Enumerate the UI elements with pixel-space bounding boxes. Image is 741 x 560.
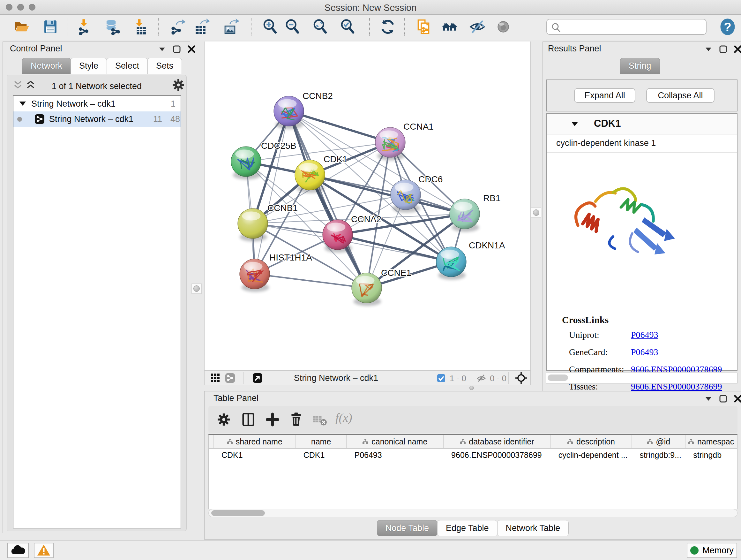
float-panel-icon[interactable] — [719, 45, 727, 53]
tab-edge-table[interactable]: Edge Table — [437, 520, 497, 536]
memory-button[interactable]: Memory — [687, 543, 737, 558]
panel-divider-handle[interactable] — [192, 284, 202, 294]
tab-network-table[interactable]: Network Table — [497, 520, 569, 536]
import-network-icon[interactable] — [75, 17, 92, 37]
node-CCNE1[interactable] — [352, 273, 382, 306]
column-header-description[interactable]: description — [551, 435, 632, 448]
collapse-gene-icon[interactable] — [571, 121, 579, 127]
crosslink-link[interactable]: P06493 — [631, 347, 658, 357]
export-image-icon[interactable] — [222, 17, 240, 37]
share-view-icon[interactable] — [225, 373, 235, 383]
table-hscrollbar[interactable] — [208, 509, 738, 517]
birds-eye-grid-icon[interactable] — [210, 373, 220, 383]
tree-expand-icon[interactable] — [19, 101, 26, 107]
expand-all-button[interactable]: Expand All — [574, 88, 635, 103]
export-network-icon[interactable] — [169, 17, 187, 37]
network-row-selected[interactable]: String Network – cdk1 11 48 — [13, 111, 181, 127]
show-graphics-icon[interactable] — [494, 17, 512, 37]
column-header-database-identifier[interactable]: database identifier — [444, 435, 551, 448]
fit-selected-crosshair-icon[interactable] — [515, 372, 528, 384]
panel-menu-icon[interactable] — [158, 45, 166, 53]
selected-checkbox-icon[interactable] — [437, 374, 446, 382]
table-cell[interactable]: CDK1 — [214, 449, 296, 461]
column-header-name[interactable]: name — [296, 435, 347, 448]
column-header-namespac[interactable]: namespac — [685, 435, 737, 448]
table-cell[interactable]: cyclin-dependent ... — [551, 449, 632, 461]
table-cell[interactable]: stringdb:9... — [632, 449, 685, 461]
gear-icon[interactable] — [172, 79, 185, 91]
open-session-icon[interactable] — [13, 17, 30, 37]
table-row[interactable]: CDK1CDK1P064939606.ENSP00000378699cyclin… — [209, 449, 737, 461]
delete-table-icon[interactable] — [313, 415, 327, 426]
column-header--id[interactable]: @id — [632, 435, 685, 448]
collapse-all-button[interactable]: Collapse All — [646, 88, 715, 103]
table-cell[interactable]: 9606.ENSP00000378699 — [444, 449, 551, 461]
node-CCNB2[interactable] — [274, 96, 304, 129]
tab-style[interactable]: Style — [71, 58, 107, 74]
tab-node-table[interactable]: Node Table — [377, 520, 437, 536]
table-gear-icon[interactable] — [217, 413, 230, 426]
results-hscrollbar[interactable] — [546, 373, 738, 383]
search-box[interactable] — [546, 19, 706, 35]
import-network-database-icon[interactable] — [104, 17, 122, 37]
panel-menu-icon[interactable] — [704, 45, 713, 53]
node-table[interactable]: shared namenamecanonical namedatabase id… — [208, 434, 738, 509]
float-panel-icon[interactable] — [719, 395, 727, 403]
edge-CCNA2-CDKN1A[interactable] — [338, 235, 451, 262]
show-columns-icon[interactable] — [242, 413, 255, 427]
table-cell[interactable]: stringdb — [685, 449, 737, 461]
node-HIST1H1A[interactable] — [240, 259, 270, 292]
hsplit-handle[interactable] — [467, 386, 476, 390]
gene-card-header[interactable]: CDK1 — [547, 114, 737, 134]
zoom-out-icon[interactable] — [284, 17, 301, 37]
hidden-eye-icon[interactable] — [476, 374, 486, 383]
help-icon[interactable]: ? — [719, 18, 736, 36]
apply-layout-icon[interactable] — [379, 17, 397, 37]
column-header-shared-name[interactable]: shared name — [214, 435, 296, 448]
panel-divider-handle[interactable] — [531, 207, 541, 218]
warning-icon[interactable] — [34, 543, 54, 558]
tab-sets[interactable]: Sets — [147, 58, 182, 74]
table-cell[interactable]: CDK1 — [296, 449, 347, 461]
network-overview-icon[interactable] — [441, 17, 459, 37]
zoom-in-icon[interactable] — [261, 17, 279, 37]
crosslink-link[interactable]: P06493 — [631, 330, 658, 340]
float-panel-icon[interactable] — [173, 45, 181, 53]
scrollbar-thumb[interactable] — [548, 374, 568, 381]
string-network-graph[interactable]: CCNB2CCNA1CDC25BCDK1CDC6RB1CCNB1CCNA2CDK… — [205, 42, 531, 370]
close-panel-icon[interactable] — [734, 45, 741, 53]
panel-menu-icon[interactable] — [704, 395, 713, 403]
hide-graphics-icon[interactable] — [468, 17, 486, 37]
node-CCNB1[interactable] — [238, 208, 268, 241]
node-CDK1[interactable] — [295, 160, 325, 193]
close-panel-icon[interactable] — [734, 395, 741, 403]
edge-CCNB2-CCNA1[interactable] — [289, 111, 390, 142]
table-cell[interactable]: P06493 — [347, 449, 444, 461]
network-view-canvas[interactable]: CCNB2CCNA1CDC25BCDK1CDC6RB1CCNB1CCNA2CDK… — [204, 42, 531, 370]
tab-select[interactable]: Select — [107, 58, 148, 74]
close-panel-icon[interactable] — [187, 45, 196, 53]
tab-string[interactable]: String — [620, 58, 660, 74]
export-table-icon[interactable] — [193, 17, 211, 37]
add-column-icon[interactable] — [266, 413, 279, 427]
column-header-canonical-name[interactable]: canonical name — [347, 435, 444, 448]
zoom-fit-icon[interactable] — [312, 17, 329, 37]
node-CDC25B[interactable] — [231, 146, 261, 179]
node-CDC6[interactable] — [391, 180, 421, 212]
scrollbar-thumb[interactable] — [211, 510, 265, 516]
node-RB1[interactable] — [450, 199, 480, 232]
node-CCNA2[interactable] — [323, 220, 353, 253]
zoom-selected-icon[interactable] — [339, 17, 357, 37]
network-collection-row[interactable]: String Network – cdk1 1 — [13, 96, 181, 111]
node-CCNA1[interactable] — [375, 127, 405, 160]
cloud-icon[interactable] — [7, 543, 29, 558]
save-session-icon[interactable] — [42, 17, 59, 37]
tab-network[interactable]: Network — [22, 58, 71, 74]
search-input[interactable] — [563, 21, 701, 33]
edge-CCNB2-HIST1H1A[interactable] — [255, 111, 289, 274]
import-table-icon[interactable] — [131, 17, 149, 37]
edge-HIST1H1A-CCNE1[interactable] — [255, 274, 367, 288]
node-CDKN1A[interactable] — [436, 247, 466, 280]
function-builder-icon[interactable]: f(x) — [335, 411, 352, 425]
clone-network-icon[interactable] — [414, 17, 432, 37]
